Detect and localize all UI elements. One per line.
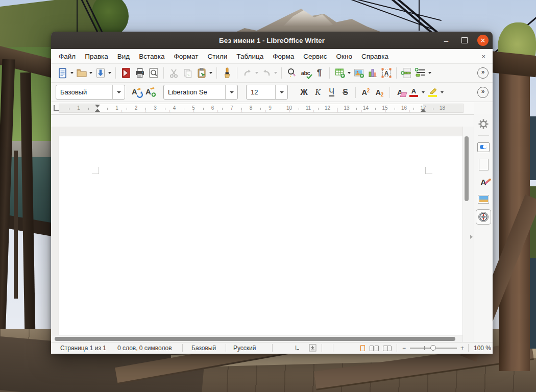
print-button[interactable] [133, 66, 147, 80]
copy-button[interactable] [181, 66, 194, 80]
menu-format[interactable]: Формат [169, 51, 203, 62]
paste-button[interactable] [194, 66, 208, 80]
zoom-slider-thumb[interactable] [430, 345, 436, 351]
menu-form[interactable]: Форма [268, 51, 299, 62]
paste-dropdown[interactable] [208, 66, 213, 80]
menu-edit[interactable]: Правка [80, 51, 113, 62]
menu-styles[interactable]: Стили [203, 51, 232, 62]
menu-table[interactable]: Таблица [232, 51, 268, 62]
paragraph-style-combo[interactable]: Базовый [56, 85, 125, 100]
menu-window[interactable]: Окно [332, 51, 357, 62]
paragraph-style-dropdown[interactable] [112, 85, 125, 99]
save-dropdown[interactable] [107, 66, 112, 80]
sidebar-tab-properties[interactable] [476, 140, 491, 154]
single-page-view-button[interactable] [360, 345, 365, 351]
book-view-button[interactable] [383, 346, 392, 351]
document-page[interactable] [59, 136, 462, 342]
font-name-combo[interactable]: Liberation Se [163, 85, 238, 100]
sidebar-settings-button[interactable] [476, 117, 491, 131]
open-dropdown[interactable] [88, 66, 93, 80]
save-status-icon[interactable] [309, 344, 316, 353]
sidebar-tab-navigator[interactable] [476, 209, 491, 225]
update-style-button[interactable]: A [130, 85, 143, 99]
multi-page-view-button[interactable] [375, 346, 379, 351]
subscript-button[interactable]: A2 [373, 85, 386, 99]
zoom-in-button[interactable]: + [460, 345, 464, 352]
left-indent-marker[interactable] [95, 109, 100, 112]
sidebar-tab-styles[interactable]: A [476, 175, 491, 189]
superscript-button[interactable]: A2 [359, 85, 373, 99]
zoom-level[interactable]: 100 % [474, 345, 490, 352]
insert-image-button[interactable] [352, 66, 366, 80]
menu-help[interactable]: Справка [357, 51, 393, 62]
ruler-number: 11 [306, 105, 311, 111]
font-color-button[interactable]: A [407, 85, 421, 99]
insert-chart-button[interactable] [366, 66, 379, 80]
cut-button[interactable] [167, 66, 181, 80]
close-button[interactable]: ✕ [477, 35, 489, 46]
toolbar-overflow-button[interactable]: » [477, 67, 489, 79]
highlight-color-button[interactable] [426, 85, 440, 99]
zoom-slider[interactable] [410, 348, 457, 349]
vertical-scrollbar-thumb[interactable] [465, 136, 469, 201]
insert-textbox-button[interactable]: A [379, 66, 393, 80]
formatting-marks-button[interactable]: ¶ [312, 66, 326, 80]
open-folder-icon [76, 67, 87, 79]
insert-table-button[interactable] [333, 66, 347, 80]
spelling-button[interactable]: abc [299, 66, 312, 80]
highlight-color-dropdown[interactable] [440, 85, 444, 99]
toolbar-overflow-button[interactable]: » [477, 87, 489, 98]
insert-table-dropdown[interactable] [347, 66, 351, 80]
find-replace-button[interactable] [285, 66, 299, 80]
font-size-combo[interactable]: 12 [246, 85, 288, 100]
insert-field-button[interactable] [413, 66, 427, 80]
right-indent-marker[interactable] [421, 109, 426, 112]
export-pdf-button[interactable] [119, 66, 133, 80]
menu-insert[interactable]: Вставка [134, 51, 169, 62]
redo-button[interactable] [259, 66, 273, 80]
underline-button[interactable]: Ч [325, 85, 338, 99]
font-name-dropdown[interactable] [225, 85, 237, 99]
font-size-dropdown[interactable] [275, 85, 287, 99]
status-page-style[interactable]: Базовый [191, 345, 216, 352]
menu-view[interactable]: Вид [113, 51, 134, 62]
status-page-info[interactable]: Страница 1 из 1 [60, 345, 106, 352]
ruler-track[interactable]: 1 123456789101112131415161718⊥⊥⊥⊥⊥⊥⊥⊥⊥⊥⊥… [59, 104, 464, 113]
multi-page-view-button[interactable] [370, 346, 374, 351]
undo-button[interactable] [240, 66, 254, 80]
undo-dropdown[interactable] [254, 66, 259, 80]
new-style-button[interactable]: A [143, 85, 157, 99]
insert-mode-icon[interactable]: I [295, 345, 299, 351]
italic-button[interactable]: К [311, 85, 325, 99]
redo-dropdown[interactable] [273, 66, 278, 80]
new-document-dropdown[interactable] [69, 66, 74, 80]
menu-tools[interactable]: Сервис [299, 51, 331, 62]
titlebar[interactable]: Без имени 1 - LibreOffice Writer – ✕ [51, 32, 493, 49]
minimize-button[interactable]: – [441, 36, 452, 45]
eraser-icon [400, 92, 407, 97]
clear-formatting-button[interactable]: A [393, 85, 407, 99]
status-language[interactable]: Русский [233, 345, 256, 352]
save-button[interactable] [93, 66, 107, 80]
maximize-button[interactable] [461, 37, 468, 43]
horizontal-scrollbar-thumb[interactable] [55, 337, 455, 341]
font-color-dropdown[interactable] [421, 85, 425, 99]
print-preview-button[interactable] [147, 66, 160, 80]
zoom-out-button[interactable]: − [402, 345, 406, 352]
new-document-button[interactable] [56, 66, 69, 80]
close-document-icon[interactable]: × [477, 53, 490, 60]
first-line-indent-marker[interactable] [95, 105, 100, 108]
bold-button[interactable]: Ж [297, 85, 311, 99]
clone-formatting-button[interactable] [220, 66, 234, 80]
strikethrough-button[interactable]: S [338, 85, 352, 99]
sidebar-tab-page[interactable] [476, 157, 491, 172]
insert-page-break-button[interactable] [400, 66, 413, 80]
sidebar-collapse-strip[interactable] [470, 127, 474, 342]
horizontal-scrollbar[interactable] [51, 335, 462, 342]
vertical-scrollbar[interactable] [462, 127, 470, 342]
sidebar-tab-gallery[interactable] [476, 192, 491, 206]
open-button[interactable] [75, 66, 88, 80]
menu-file[interactable]: Файл [54, 51, 80, 62]
status-word-count[interactable]: 0 слов, 0 символов [117, 345, 172, 352]
insert-field-dropdown[interactable] [427, 66, 432, 80]
